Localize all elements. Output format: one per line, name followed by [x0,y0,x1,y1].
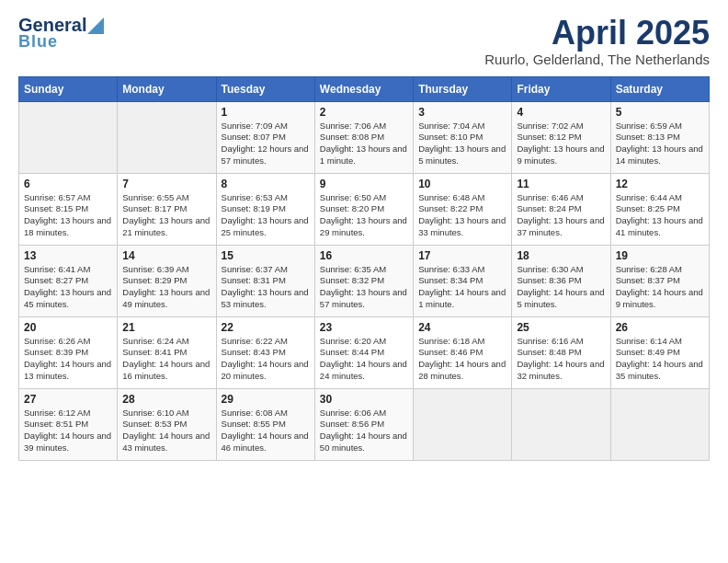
week-row-1: 1Sunrise: 7:09 AMSunset: 8:07 PMDaylight… [19,101,710,173]
day-number: 24 [418,321,506,334]
day-number: 3 [418,106,506,119]
day-cell: 9Sunrise: 6:50 AMSunset: 8:20 PMDaylight… [314,173,413,245]
day-number: 9 [320,178,408,190]
week-row-3: 13Sunrise: 6:41 AMSunset: 8:27 PMDayligh… [19,245,710,316]
day-detail: Sunrise: 7:09 AMSunset: 8:07 PMDaylight:… [222,121,310,167]
week-row-2: 6Sunrise: 6:57 AMSunset: 8:15 PMDaylight… [19,173,710,245]
day-cell: 1Sunrise: 7:09 AMSunset: 8:07 PMDaylight… [216,101,314,173]
subtitle: Ruurlo, Gelderland, The Netherlands [484,52,710,67]
col-thursday: Thursday [414,76,512,101]
calendar-table: Sunday Monday Tuesday Wednesday Thursday… [18,76,710,461]
week-row-5: 27Sunrise: 6:12 AMSunset: 8:51 PMDayligh… [19,388,710,460]
day-number: 2 [320,106,408,119]
day-number: 22 [222,321,310,334]
day-cell: 5Sunrise: 6:59 AMSunset: 8:13 PMDaylight… [610,101,709,173]
day-number: 11 [517,178,605,190]
day-number: 20 [24,321,112,334]
day-number: 19 [616,249,704,262]
day-detail: Sunrise: 6:22 AMSunset: 8:43 PMDaylight:… [222,336,310,383]
day-cell [512,388,610,460]
svg-marker-0 [87,17,104,34]
day-detail: Sunrise: 6:39 AMSunset: 8:29 PMDaylight:… [122,264,210,311]
day-detail: Sunrise: 6:50 AMSunset: 8:20 PMDaylight:… [320,192,408,239]
col-tuesday: Tuesday [216,76,314,101]
day-cell: 29Sunrise: 6:08 AMSunset: 8:55 PMDayligh… [216,388,314,460]
day-cell: 14Sunrise: 6:39 AMSunset: 8:29 PMDayligh… [118,245,216,316]
logo: General Blue [18,15,104,52]
day-number: 4 [517,106,605,119]
day-detail: Sunrise: 6:59 AMSunset: 8:13 PMDaylight:… [616,121,704,167]
col-monday: Monday [118,76,216,101]
day-cell: 8Sunrise: 6:53 AMSunset: 8:19 PMDaylight… [216,173,314,245]
day-cell: 26Sunrise: 6:14 AMSunset: 8:49 PMDayligh… [610,316,709,388]
day-cell: 10Sunrise: 6:48 AMSunset: 8:22 PMDayligh… [414,173,512,245]
day-detail: Sunrise: 6:57 AMSunset: 8:15 PMDaylight:… [24,192,112,239]
day-cell: 22Sunrise: 6:22 AMSunset: 8:43 PMDayligh… [216,316,314,388]
col-saturday: Saturday [610,76,709,101]
day-cell [118,101,216,173]
header: General Blue April 2025 Ruurlo, Gelderla… [18,15,710,67]
day-number: 15 [222,249,310,262]
day-number: 21 [122,321,210,334]
day-detail: Sunrise: 6:55 AMSunset: 8:17 PMDaylight:… [122,192,210,239]
day-cell: 2Sunrise: 7:06 AMSunset: 8:08 PMDaylight… [314,101,413,173]
day-detail: Sunrise: 6:33 AMSunset: 8:34 PMDaylight:… [418,264,506,311]
day-cell: 11Sunrise: 6:46 AMSunset: 8:24 PMDayligh… [512,173,610,245]
day-detail: Sunrise: 6:37 AMSunset: 8:31 PMDaylight:… [222,264,310,311]
day-cell: 15Sunrise: 6:37 AMSunset: 8:31 PMDayligh… [216,245,314,316]
calendar-header: Sunday Monday Tuesday Wednesday Thursday… [19,76,710,101]
day-number: 10 [418,178,506,190]
day-detail: Sunrise: 6:16 AMSunset: 8:48 PMDaylight:… [517,336,605,383]
day-number: 26 [616,321,704,334]
day-detail: Sunrise: 6:12 AMSunset: 8:51 PMDaylight:… [24,408,112,454]
day-number: 12 [616,178,704,190]
day-cell: 28Sunrise: 6:10 AMSunset: 8:53 PMDayligh… [118,388,216,460]
day-number: 25 [517,321,605,334]
day-number: 17 [418,249,506,262]
day-cell: 12Sunrise: 6:44 AMSunset: 8:25 PMDayligh… [610,173,709,245]
day-detail: Sunrise: 6:20 AMSunset: 8:44 PMDaylight:… [320,336,408,383]
day-detail: Sunrise: 6:08 AMSunset: 8:55 PMDaylight:… [222,408,310,454]
day-cell: 25Sunrise: 6:16 AMSunset: 8:48 PMDayligh… [512,316,610,388]
day-cell: 23Sunrise: 6:20 AMSunset: 8:44 PMDayligh… [314,316,413,388]
day-number: 8 [222,178,310,190]
header-row: Sunday Monday Tuesday Wednesday Thursday… [19,76,710,101]
day-detail: Sunrise: 6:28 AMSunset: 8:37 PMDaylight:… [616,264,704,311]
day-detail: Sunrise: 6:35 AMSunset: 8:32 PMDaylight:… [320,264,408,311]
day-detail: Sunrise: 6:48 AMSunset: 8:22 PMDaylight:… [418,192,506,239]
day-number: 7 [122,178,210,190]
page: General Blue April 2025 Ruurlo, Gelderla… [0,0,728,470]
day-cell: 18Sunrise: 6:30 AMSunset: 8:36 PMDayligh… [512,245,610,316]
day-cell: 6Sunrise: 6:57 AMSunset: 8:15 PMDaylight… [19,173,118,245]
day-detail: Sunrise: 6:53 AMSunset: 8:19 PMDaylight:… [222,192,310,239]
day-number: 1 [222,106,310,119]
day-detail: Sunrise: 6:44 AMSunset: 8:25 PMDaylight:… [616,192,704,239]
day-detail: Sunrise: 6:30 AMSunset: 8:36 PMDaylight:… [517,264,605,311]
day-number: 23 [320,321,408,334]
week-row-4: 20Sunrise: 6:26 AMSunset: 8:39 PMDayligh… [19,316,710,388]
day-number: 14 [122,249,210,262]
day-cell [19,101,118,173]
day-cell: 16Sunrise: 6:35 AMSunset: 8:32 PMDayligh… [314,245,413,316]
col-wednesday: Wednesday [314,76,413,101]
day-detail: Sunrise: 6:06 AMSunset: 8:56 PMDaylight:… [320,408,408,454]
day-cell: 19Sunrise: 6:28 AMSunset: 8:37 PMDayligh… [610,245,709,316]
day-detail: Sunrise: 7:04 AMSunset: 8:10 PMDaylight:… [418,121,506,167]
day-cell: 24Sunrise: 6:18 AMSunset: 8:46 PMDayligh… [414,316,512,388]
day-cell: 17Sunrise: 6:33 AMSunset: 8:34 PMDayligh… [414,245,512,316]
day-number: 18 [517,249,605,262]
day-detail: Sunrise: 6:10 AMSunset: 8:53 PMDaylight:… [122,408,210,454]
day-cell: 7Sunrise: 6:55 AMSunset: 8:17 PMDaylight… [118,173,216,245]
day-cell [610,388,709,460]
day-cell [414,388,512,460]
day-cell: 4Sunrise: 7:02 AMSunset: 8:12 PMDaylight… [512,101,610,173]
day-detail: Sunrise: 6:26 AMSunset: 8:39 PMDaylight:… [24,336,112,383]
logo-blue: Blue [18,32,58,52]
day-number: 13 [24,249,112,262]
day-cell: 27Sunrise: 6:12 AMSunset: 8:51 PMDayligh… [19,388,118,460]
day-cell: 13Sunrise: 6:41 AMSunset: 8:27 PMDayligh… [19,245,118,316]
day-detail: Sunrise: 6:41 AMSunset: 8:27 PMDaylight:… [24,264,112,311]
day-number: 28 [122,393,210,406]
day-number: 27 [24,393,112,406]
day-number: 30 [320,393,408,406]
